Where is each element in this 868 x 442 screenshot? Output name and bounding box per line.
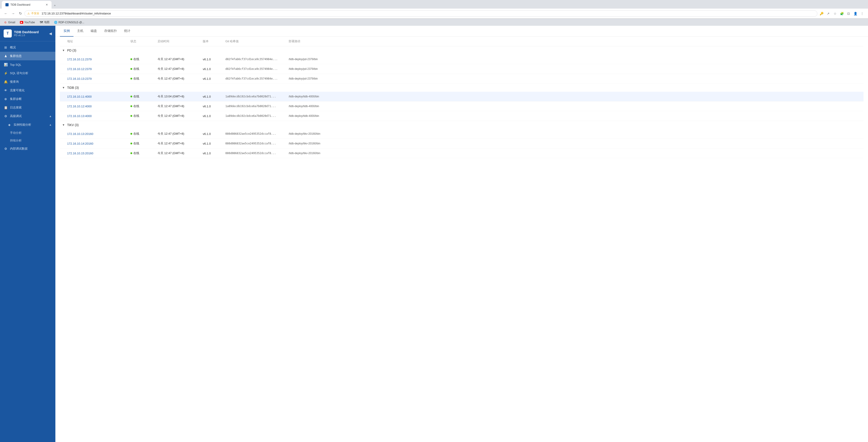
tikv-toggle-icon[interactable]: ▼ — [60, 123, 67, 127]
browser-tab[interactable]: TiDB Dashboard ✕ — [2, 1, 52, 8]
bookmark-maps[interactable]: 🗺 地图 — [38, 20, 51, 25]
row-status: 在线 — [130, 151, 158, 155]
app-container: T TiDB Dashboard PD v6.1.0 ◀ ⊞ 概况 ♟ 集群信息… — [0, 26, 868, 442]
row-start-time: 今天 12:47 (GMT+8) — [158, 151, 203, 155]
status-dot — [130, 58, 132, 60]
row-address: 172.16.10.11:2379 — [67, 58, 130, 61]
sidebar-item-slow-query[interactable]: 🔔 慢查询 — [0, 77, 55, 86]
sidebar-item-advanced-label: 高级调试 — [10, 114, 47, 118]
tab-disk[interactable]: 磁盘 — [87, 26, 101, 37]
bookmark-star-icon[interactable]: ☆ — [832, 10, 838, 17]
table-row[interactable]: 172.16.10.12:2379 在线 今天 12:47 (GMT+8) v6… — [60, 64, 864, 74]
status-text: 在线 — [133, 76, 139, 81]
status-dot — [130, 133, 132, 135]
tab-host[interactable]: 主机 — [73, 26, 87, 37]
sidebar-title: TiDB Dashboard — [14, 30, 39, 34]
table-row[interactable]: 172.16.10.14:20160 在线 今天 12:47 (GMT+8) v… — [60, 139, 864, 149]
tab-storage-topology[interactable]: 存储拓扑 — [101, 26, 121, 37]
slow-query-icon: 🔔 — [4, 80, 8, 84]
new-tab-button[interactable]: ＋ — [52, 2, 58, 8]
toolbar-icons: 🔑 ↗ ☆ 🧩 ⊡ 👤 ⋮ — [818, 10, 865, 17]
header-start-time: 启动时间 — [158, 39, 203, 43]
sidebar-collapse-button[interactable]: ◀ — [49, 31, 52, 36]
table-row[interactable]: 172.16.10.13:4000 在线 今天 12:47 (GMT+8) v6… — [60, 111, 864, 121]
row-git-hash: 080d086832ae5ce2495352dccaf8... — [225, 152, 289, 155]
sidebar-item-cluster-info-label: 集群信息 — [10, 54, 52, 58]
pd-section-label: PD (3) — [67, 49, 864, 52]
sidebar-item-log-search-label: 日志搜索 — [10, 105, 52, 109]
row-git-hash: d82f4fab6cf37cd1eca9c3574984e... — [225, 58, 289, 61]
table-row[interactable]: 172.16.10.13:20160 在线 今天 12:47 (GMT+8) v… — [60, 129, 864, 139]
row-deploy-path: /tidb-deploy/tikv-20160/bin — [289, 132, 338, 135]
menu-icon[interactable]: ⋮ — [859, 10, 865, 17]
bookmark-gmail[interactable]: G Gmail — [2, 20, 17, 25]
row-deploy-path: /tidb-deploy/pd-2379/bin — [289, 58, 338, 61]
row-start-time: 今天 12:47 (GMT+8) — [158, 104, 203, 108]
status-text: 在线 — [133, 57, 139, 61]
account-icon[interactable]: 👤 — [852, 10, 859, 17]
status-text: 在线 — [133, 67, 139, 71]
sidebar-subtitle: PD v6.1.0 — [14, 34, 39, 37]
forward-button[interactable]: → — [10, 10, 16, 17]
row-address: 172.16.10.12:4000 — [67, 105, 130, 108]
sidebar-item-advanced[interactable]: ⚙ 高级调试 ▲ — [0, 112, 55, 121]
status-text: 在线 — [133, 151, 139, 155]
sidebar-item-manual-analysis[interactable]: 手动分析 — [0, 129, 55, 137]
sidebar-item-instance-analysis[interactable]: ◈ 实例性能分析 ▲ — [0, 121, 55, 129]
status-dot — [130, 105, 132, 107]
reload-button[interactable]: ↻ — [17, 10, 24, 17]
tab-close-icon[interactable]: ✕ — [46, 3, 48, 6]
tidb-section-label: TiDB (3) — [67, 86, 864, 90]
sidebar-item-overview[interactable]: ⊞ 概况 — [0, 43, 55, 52]
maps-icon: 🗺 — [39, 21, 43, 24]
youtube-icon: ▶ — [20, 21, 23, 24]
row-address: 172.16.10.13:4000 — [67, 114, 130, 118]
window-icon[interactable]: ⊡ — [845, 10, 852, 17]
bookmarks-bar: G Gmail ▶ YouTube 🗺 地图 🌐 RDP-CONSOLE-@..… — [0, 19, 868, 26]
row-deploy-path: /tidb-deploy/tikv-20160/bin — [289, 142, 338, 145]
sidebar-item-continuous-analysis-label: 持续分析 — [10, 138, 52, 143]
row-status: 在线 — [130, 76, 158, 81]
table-row[interactable]: 172.16.10.11:4000 在线 今天 13:04 (GMT+8) v6… — [60, 92, 864, 101]
sidebar-item-instance-analysis-label: 实例性能分析 — [13, 123, 47, 127]
table-row[interactable]: 172.16.10.12:4000 在线 今天 12:47 (GMT+8) v6… — [60, 101, 864, 111]
tab-instance[interactable]: 实例 — [60, 26, 73, 37]
log-search-icon: 📋 — [4, 105, 8, 109]
row-deploy-path: /tidb-deploy/tidb-4000/bin — [289, 95, 338, 98]
sidebar-item-sql-analysis[interactable]: ⚡ SQL 语句分析 — [0, 69, 55, 77]
pd-toggle-icon[interactable]: ▼ — [60, 49, 67, 52]
sidebar-item-continuous-analysis[interactable]: 持续分析 — [0, 137, 55, 145]
header-deploy-path: 部署路径 — [289, 39, 338, 43]
bookmark-youtube[interactable]: ▶ YouTube — [18, 20, 37, 25]
sidebar-item-top-sql[interactable]: 📊 Top SQL — [0, 60, 55, 69]
sidebar-item-internal-test[interactable]: ⚙ 内部调试数据 — [0, 145, 55, 153]
advanced-arrow-icon: ▲ — [49, 115, 52, 118]
sidebar-item-cluster-info[interactable]: ♟ 集群信息 — [0, 52, 55, 60]
section-pd: ▼ PD (3) — [60, 46, 864, 55]
sidebar-item-diagnosis[interactable]: ⊕ 集群诊断 — [0, 95, 55, 103]
row-status: 在线 — [130, 94, 158, 98]
bookmark-rdp[interactable]: 🌐 RDP-CONSOLE-@... — [52, 20, 86, 25]
sidebar-item-log-search[interactable]: 📋 日志搜索 — [0, 103, 55, 112]
back-button[interactable]: ← — [3, 10, 9, 17]
address-bar[interactable]: ⚠ 不安全 172.16.10.12:2379/dashboard/#/clus… — [24, 10, 817, 17]
table-row[interactable]: 172.16.10.15:20160 在线 今天 12:47 (GMT+8) v… — [60, 149, 864, 158]
row-git-hash: 1a89decdb192cbdce6a7b0020d71... — [225, 105, 289, 108]
sidebar-item-traffic[interactable]: 👁 流量可视化 — [0, 86, 55, 95]
sidebar-item-top-sql-label: Top SQL — [10, 63, 52, 66]
security-icon: ⚠ — [27, 12, 30, 15]
table-container: 地址 状态 启动时间 版本 Git 哈希值 部署路径 ▼ PD (3) 172.… — [55, 37, 868, 163]
row-git-hash: 1a89decdb192cbdce6a7b0020d71... — [225, 95, 289, 98]
status-dot — [130, 152, 132, 154]
table-row[interactable]: 172.16.10.13:2379 在线 今天 12:47 (GMT+8) v6… — [60, 74, 864, 84]
table-row[interactable]: 172.16.10.11:2379 在线 今天 12:47 (GMT+8) v6… — [60, 55, 864, 64]
share-icon[interactable]: ↗ — [825, 10, 831, 17]
sidebar-item-traffic-label: 流量可视化 — [10, 88, 52, 92]
tab-stats[interactable]: 统计 — [121, 26, 134, 37]
url-display: 172.16.10.12:2379/dashboard/#/cluster_in… — [41, 12, 111, 15]
row-address: 172.16.10.13:20160 — [67, 132, 130, 135]
tidb-toggle-icon[interactable]: ▼ — [60, 86, 67, 89]
key-icon[interactable]: 🔑 — [818, 10, 825, 17]
instance-analysis-arrow-icon: ▲ — [49, 123, 52, 126]
extension-icon[interactable]: 🧩 — [839, 10, 845, 17]
